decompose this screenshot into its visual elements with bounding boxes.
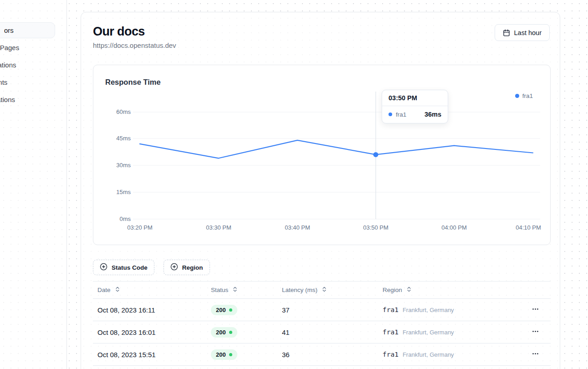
region-code: fra1 — [383, 306, 399, 313]
filter-label: Status Code — [112, 264, 148, 271]
more-horizontal-icon — [532, 305, 539, 314]
response-time-chart-card: Response Time fra1 60ms 45ms 30ms 15ms 0… — [93, 65, 551, 245]
chevrons-up-down-icon — [232, 286, 238, 294]
sidebar-item-notifications[interactable]: cations — [0, 57, 55, 73]
tooltip-blue-dot-icon — [389, 113, 392, 116]
cell-latency: 41 — [277, 328, 378, 336]
x-tick: 03:40 PM — [285, 224, 310, 231]
chevrons-up-down-icon — [406, 286, 412, 294]
filter-region-button[interactable]: Region — [164, 260, 210, 275]
region-name: Frankfurt, Germany — [403, 307, 454, 313]
row-actions-button[interactable] — [530, 303, 551, 316]
chart-tooltip: 03:50 PM fra1 36ms — [382, 90, 448, 123]
y-tick: 0ms — [119, 215, 131, 222]
monitor-url: https://docs.openstatus.dev — [93, 41, 176, 49]
x-tick: 04:10 PM — [516, 224, 541, 231]
page-title: Our docs — [93, 24, 176, 39]
table-row[interactable]: Oct 08, 2023 16:11 200 37 fra1 Frankfurt… — [93, 299, 551, 321]
column-header-region[interactable]: Region — [378, 286, 530, 294]
row-actions-button[interactable] — [530, 326, 551, 338]
plus-circle-icon — [170, 263, 178, 272]
cell-date: Oct 08, 2023 16:01 — [93, 328, 206, 336]
monitor-detail-card: Our docs https://docs.openstatus.dev Las… — [81, 12, 560, 369]
y-tick: 30ms — [116, 162, 131, 169]
x-tick: 04:00 PM — [441, 224, 467, 231]
time-range-button[interactable]: Last hour — [495, 24, 550, 41]
calendar-icon — [503, 29, 510, 36]
tooltip-time: 03:50 PM — [382, 90, 448, 106]
chevrons-up-down-icon — [321, 286, 327, 294]
region-code: fra1 — [383, 328, 399, 336]
active-point-dot — [373, 152, 378, 157]
status-badge: 200 — [211, 305, 237, 315]
x-tick: 03:30 PM — [206, 224, 231, 231]
cell-date: Oct 08, 2023 15:51 — [93, 351, 206, 359]
more-horizontal-icon — [532, 328, 539, 337]
green-status-dot-icon — [229, 308, 232, 312]
cell-latency: 37 — [277, 306, 378, 314]
sidebar-item-incidents[interactable]: ents — [0, 74, 55, 90]
tooltip-value: 36ms — [424, 111, 441, 118]
sidebar: ors s Pages cations ents rations — [0, 0, 67, 369]
sidebar-item-status-pages[interactable]: s Pages — [0, 40, 55, 56]
filter-label: Region — [182, 264, 203, 271]
filter-status-code-button[interactable]: Status Code — [93, 260, 154, 275]
column-header-latency[interactable]: Latency (ms) — [277, 286, 378, 294]
x-tick: 03:50 PM — [363, 224, 389, 231]
time-range-label: Last hour — [514, 29, 542, 36]
green-status-dot-icon — [229, 353, 232, 356]
status-badge: 200 — [211, 327, 237, 338]
filter-bar: Status Code Region — [93, 260, 550, 275]
cell-date: Oct 08, 2023 16:11 — [93, 306, 206, 314]
table-header-row: Date Status Latency (ms) Region — [93, 282, 551, 299]
y-tick: 15ms — [116, 189, 131, 195]
chevrons-up-down-icon — [114, 286, 121, 294]
column-header-date[interactable]: Date — [93, 286, 206, 294]
pings-table: Date Status Latency (ms) Region Oct 08, … — [93, 281, 551, 366]
sidebar-item-integrations[interactable]: rations — [0, 92, 55, 108]
region-name: Frankfurt, Germany — [403, 329, 454, 336]
more-horizontal-icon — [532, 350, 539, 359]
column-header-status[interactable]: Status — [206, 286, 277, 294]
green-status-dot-icon — [229, 331, 232, 334]
status-badge: 200 — [211, 349, 237, 360]
region-name: Frankfurt, Germany — [403, 351, 454, 358]
x-tick: 03:20 PM — [127, 224, 153, 231]
y-tick: 60ms — [116, 108, 131, 115]
sidebar-item-monitors[interactable]: ors — [0, 22, 55, 38]
response-time-chart[interactable]: 60ms 45ms 30ms 15ms 0ms 03:20 PM 03:30 P… — [93, 65, 550, 245]
row-actions-button[interactable] — [530, 348, 551, 361]
monitor-header: Our docs https://docs.openstatus.dev Las… — [93, 24, 550, 49]
region-code: fra1 — [383, 351, 399, 358]
cell-latency: 36 — [277, 351, 378, 359]
table-row[interactable]: Oct 08, 2023 16:01 200 41 fra1 Frankfurt… — [93, 321, 551, 343]
y-tick: 45ms — [116, 135, 131, 142]
table-row[interactable]: Oct 08, 2023 15:51 200 36 fra1 Frankfurt… — [93, 343, 551, 366]
response-line — [140, 140, 533, 158]
plus-circle-icon — [100, 263, 107, 272]
tooltip-series-label: fra1 — [396, 111, 421, 118]
